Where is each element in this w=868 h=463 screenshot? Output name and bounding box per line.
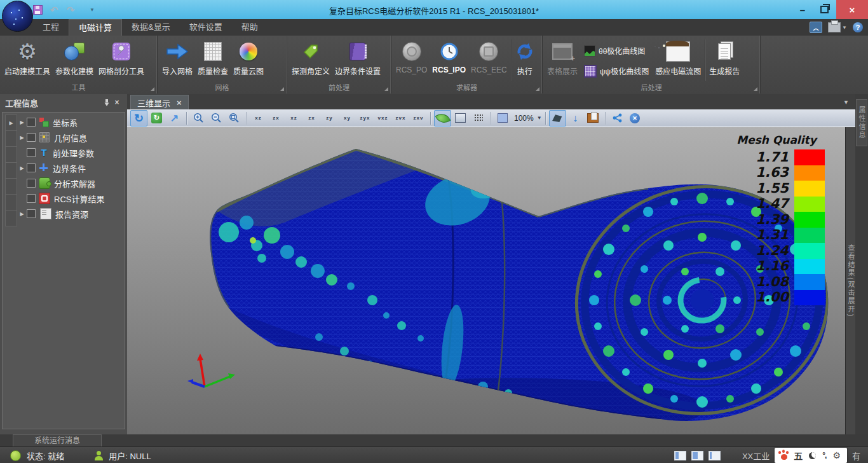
quality-check-button[interactable]: 质量检查 — [195, 37, 231, 83]
help-button[interactable]: ? — [853, 22, 863, 32]
minimize-button[interactable]: – — [792, 0, 813, 19]
zoom-level-dropdown[interactable]: ▼ — [537, 115, 542, 121]
tab-list-dropdown[interactable]: ▼ — [843, 99, 849, 106]
view-orientation-button-6[interactable]: xy — [339, 110, 356, 127]
group-expand-icon[interactable] — [280, 87, 284, 91]
theta-polarization-curve-button[interactable]: θθ极化曲线图 — [580, 40, 653, 60]
zoom-in-button[interactable] — [190, 110, 207, 127]
ime-settings-icon[interactable]: ⚙ — [832, 451, 841, 460]
tree-item-report-resources[interactable]: ▶ 报告资源 — [18, 206, 123, 221]
tree-item-coordinate-system[interactable]: ▶ 坐标系 — [18, 114, 123, 130]
solver-rcs-ipo-button[interactable]: RCS_IPO — [430, 37, 468, 83]
zoom-level-value[interactable]: 100% — [512, 114, 536, 123]
tree-item-geometry-info[interactable]: ▶ 几何信息 — [18, 130, 123, 145]
quick-access-dropdown[interactable]: ▼ — [85, 3, 99, 16]
view-orientation-button-2[interactable]: zx — [268, 110, 285, 127]
share-link-button[interactable] — [609, 110, 626, 127]
menu-tab-data-display[interactable]: 数据&显示 — [122, 19, 180, 36]
view-orientation-button-1[interactable]: xz — [250, 110, 267, 127]
checkbox[interactable] — [27, 194, 36, 203]
checkbox[interactable] — [27, 163, 36, 172]
menu-tab-help[interactable]: 帮助 — [232, 19, 268, 36]
restore-button[interactable] — [813, 0, 835, 19]
tree-item-rcs-results[interactable]: RCS计算结果 — [18, 191, 123, 206]
refresh-view-button[interactable]: ↻ — [148, 110, 165, 127]
rotate-view-button[interactable]: ↻ — [130, 110, 147, 127]
group-expand-icon[interactable] — [754, 87, 757, 91]
checkbox[interactable] — [27, 133, 36, 142]
psi-polarization-curve-button[interactable]: ψψ极化曲线图 — [580, 60, 653, 81]
view-orientation-button-9[interactable]: zvx — [392, 110, 409, 127]
ime-mode-label[interactable]: 五 — [794, 449, 803, 462]
execute-button[interactable]: 执行 — [513, 37, 537, 83]
launch-modeling-tool-button[interactable]: ⚙ 启动建模工具 — [2, 37, 53, 83]
view-orientation-button-3[interactable]: xz — [285, 110, 302, 127]
menu-tab-em-compute[interactable]: 电磁计算 — [69, 19, 122, 36]
layout-left-panel-icon[interactable] — [674, 451, 686, 460]
view-orientation-button-10[interactable]: zxv — [410, 110, 427, 127]
ime-fullhalf-icon[interactable] — [809, 452, 816, 459]
view-orientation-button-5[interactable]: zy — [321, 110, 338, 127]
view-results-strip[interactable]: 查看结果(双击展开) — [845, 127, 856, 434]
3d-viewport[interactable]: Mesh Quality 1.71 1.63 1.55 1.47 1.39 1.… — [127, 127, 845, 434]
solver-rcs-eec-button[interactable]: RCS_EEC — [468, 37, 510, 83]
view-orientation-button-4[interactable]: zx — [303, 110, 320, 127]
boundary-condition-button[interactable]: 边界条件设置 — [332, 37, 383, 83]
menu-tab-settings[interactable]: 软件设置 — [180, 19, 232, 36]
ime-logo-icon[interactable] — [781, 454, 787, 460]
panel-close-button[interactable]: × — [112, 97, 122, 107]
mesh-partition-tool-button[interactable]: 网格剖分工具 — [96, 37, 147, 83]
checkbox[interactable] — [27, 209, 36, 218]
checkbox[interactable] — [27, 118, 36, 127]
ime-punctuation-toggle[interactable]: °, — [822, 451, 826, 460]
expander-icon[interactable]: ▶ — [18, 135, 26, 141]
pin-button[interactable] — [102, 97, 112, 107]
system-messages-tab[interactable]: 系统运行消息 — [13, 434, 102, 446]
layout-wide-panel-icon[interactable] — [691, 451, 703, 460]
clip-region-button[interactable] — [549, 110, 566, 127]
group-expand-icon[interactable] — [151, 87, 154, 91]
gutter-expander[interactable]: ▶ — [5, 114, 17, 131]
app-logo[interactable] — [2, 1, 33, 32]
tree-item-analysis-solver[interactable]: 分析求解器 — [18, 176, 123, 191]
capture-button[interactable] — [585, 110, 602, 127]
checkbox[interactable] — [27, 148, 36, 157]
zoom-out-button[interactable] — [208, 110, 225, 127]
points-display-button[interactable] — [470, 110, 487, 127]
expander-icon[interactable]: ▶ — [18, 165, 26, 171]
property-info-tab[interactable]: 属性信息 — [856, 99, 867, 146]
group-expand-icon[interactable] — [536, 87, 539, 91]
view-orientation-button-8[interactable]: vxz — [374, 110, 391, 127]
smooth-shading-button[interactable] — [434, 110, 451, 127]
import-mesh-button[interactable]: 导入网格 — [159, 37, 195, 83]
probe-angle-button[interactable]: 探测角定义 — [289, 37, 332, 83]
generate-report-button[interactable]: 生成报告 — [707, 37, 742, 83]
close-button[interactable]: × — [836, 0, 868, 19]
expander-icon[interactable]: ▶ — [18, 120, 26, 125]
tab-3d-display[interactable]: 三维显示 × — [130, 95, 189, 110]
redo-button[interactable]: ↷ — [64, 3, 78, 16]
tree-item-boundary-conditions[interactable]: ▶ 边界条件 — [18, 160, 123, 176]
undo-button[interactable]: ↶ — [47, 3, 61, 16]
parametric-modeling-button[interactable]: 参数化建模 — [53, 37, 96, 83]
pan-view-button[interactable]: ↗ — [166, 110, 183, 127]
collapse-ribbon-button[interactable]: ︿ — [810, 22, 822, 33]
tab-close-icon[interactable]: × — [177, 99, 182, 107]
solver-rcs-po-button[interactable]: RCS_PO — [393, 37, 430, 83]
transparency-button[interactable] — [494, 110, 511, 127]
ime-toolbar[interactable]: 五 °, ⚙ — [775, 448, 847, 463]
close-result-button[interactable]: ✕ — [627, 110, 644, 127]
expander-icon[interactable]: ▶ — [18, 211, 26, 217]
zoom-fit-button[interactable] — [226, 110, 243, 127]
menu-tab-project[interactable]: 工程 — [33, 19, 69, 36]
export-down-button[interactable]: ↓ — [567, 110, 584, 127]
quality-cloud-button[interactable]: 质量云图 — [231, 37, 266, 83]
induced-current-map-button[interactable]: 感应电磁流图 — [653, 37, 703, 83]
checkbox[interactable] — [27, 179, 36, 188]
print-button[interactable]: ▼ — [828, 22, 847, 32]
view-orientation-button-7[interactable]: zyx — [356, 110, 374, 127]
group-expand-icon[interactable] — [384, 87, 388, 91]
surface-display-button[interactable] — [452, 110, 469, 127]
table-display-button[interactable]: 表格展示 — [545, 37, 580, 83]
tree-item-preprocess-params[interactable]: T 前处理参数 — [18, 145, 123, 160]
